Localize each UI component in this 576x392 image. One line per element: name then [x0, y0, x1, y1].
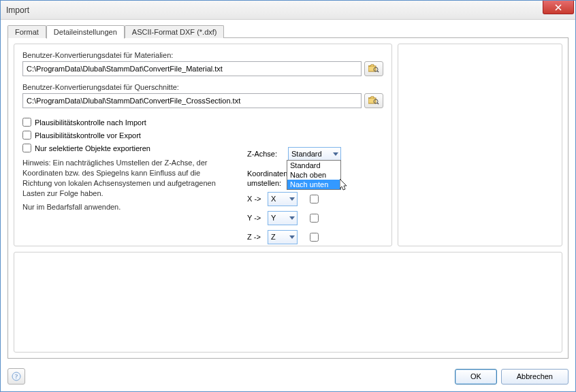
- tab-panel: Benutzer-Konvertierungsdatei für Materia…: [7, 37, 569, 359]
- help-button[interactable]: ?: [7, 368, 25, 385]
- svg-line-5: [377, 103, 379, 104]
- export-selected-label: Nur selektierte Objekte exportieren: [35, 144, 150, 152]
- cancel-button[interactable]: Abbrechen: [501, 369, 569, 385]
- content-area: Format Detaileinstellungen ASCII-Format …: [1, 20, 575, 364]
- z-axis-option-nach-oben[interactable]: Nach oben: [287, 170, 340, 180]
- mirror-z-checkbox[interactable]: [310, 233, 319, 242]
- folder-search-icon: [368, 64, 379, 74]
- svg-line-2: [377, 71, 379, 72]
- help-icon: ?: [12, 372, 21, 381]
- x-to-label: X ->: [247, 195, 268, 203]
- z-axis-option-nach-unten[interactable]: Nach unten: [287, 180, 340, 189]
- mirror-x-checkbox[interactable]: [310, 195, 319, 203]
- browse-material-button[interactable]: [364, 61, 383, 76]
- z-axis-label: Z-Achse:: [247, 150, 288, 158]
- mirror-y-checkbox[interactable]: [310, 214, 319, 223]
- svg-rect-3: [368, 98, 376, 103]
- preview-group: [398, 44, 562, 246]
- close-button[interactable]: [543, 1, 574, 14]
- plaus-before-label: Plausibilitätskontrolle vor Export: [35, 131, 141, 140]
- tab-detaileinstellungen[interactable]: Detaileinstellungen: [46, 25, 125, 39]
- mouse-cursor-icon: [340, 179, 349, 193]
- plaus-after-label: Plausibilitätskontrolle nach Import: [35, 118, 146, 127]
- tab-ascii-dxf[interactable]: ASCII-Format DXF (*.dxf): [125, 25, 225, 38]
- settings-group: Benutzer-Konvertierungsdatei für Materia…: [14, 44, 392, 246]
- tab-format[interactable]: Format: [7, 25, 46, 38]
- z-to-label: Z ->: [247, 233, 268, 241]
- tab-bar: Format Detaileinstellungen ASCII-Format …: [7, 25, 569, 38]
- material-file-label: Benutzer-Konvertierungsdatei für Materia…: [22, 51, 383, 59]
- hint-text: Hinweis: Ein nachträgliches Umstellen de…: [22, 158, 227, 198]
- window-title: Import: [6, 5, 29, 15]
- x-axis-select[interactable]: [268, 192, 298, 206]
- import-dialog: Import Format Detaileinstellungen ASCII-…: [0, 0, 576, 392]
- plaus-after-import-checkbox[interactable]: [22, 118, 31, 127]
- hint-text-2: Nur im Bedarfsfall anwenden.: [22, 202, 227, 212]
- z-axis-map-select[interactable]: [268, 230, 298, 244]
- titlebar: Import: [1, 1, 575, 20]
- folder-search-icon: [368, 96, 379, 105]
- z-axis-option-standard[interactable]: Standard: [287, 161, 340, 170]
- browse-crosssection-button[interactable]: [364, 93, 383, 108]
- z-axis-select[interactable]: [288, 147, 341, 161]
- coord-swap-label: Koordinaten umstellen:: [247, 169, 287, 189]
- z-axis-dropdown-list[interactable]: Standard Nach oben Nach unten: [287, 160, 341, 190]
- dialog-footer: ? OK Abbrechen: [7, 368, 569, 385]
- y-axis-select[interactable]: [268, 211, 298, 225]
- crosssection-file-input[interactable]: [22, 93, 362, 108]
- svg-text:?: ?: [15, 373, 18, 380]
- y-to-label: Y ->: [247, 214, 268, 222]
- material-file-input[interactable]: [22, 61, 362, 76]
- plaus-before-export-checkbox[interactable]: [22, 131, 31, 140]
- svg-rect-0: [368, 66, 376, 71]
- close-icon: [555, 4, 562, 11]
- bottom-panel: [14, 252, 562, 353]
- export-selected-checkbox[interactable]: [22, 144, 31, 152]
- crosssection-file-label: Benutzer-Konvertierungsdatei für Quersch…: [22, 83, 383, 91]
- ok-button[interactable]: OK: [455, 369, 497, 385]
